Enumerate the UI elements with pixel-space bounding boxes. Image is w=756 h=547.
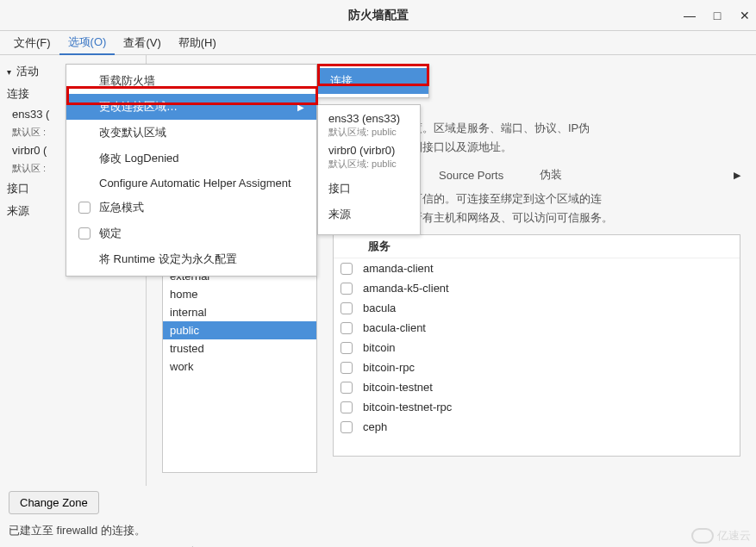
expander-label: 活动 xyxy=(16,64,39,79)
submenu-conn-ens33[interactable]: ens33 (ens33) 默认区域: public xyxy=(328,112,409,139)
minimize-button[interactable]: — xyxy=(684,9,696,22)
menu-file[interactable]: 文件(F) xyxy=(5,32,59,54)
service-label: bitcoin-testnet xyxy=(363,381,433,394)
service-checkbox[interactable] xyxy=(341,382,353,394)
service-label: bitcoin xyxy=(363,341,396,354)
submenu-connections[interactable]: 连接 ▶ xyxy=(318,68,428,94)
checkbox-icon xyxy=(78,202,91,214)
zone-item-internal[interactable]: internal xyxy=(163,303,316,321)
chevron-down-icon: ▾ xyxy=(7,67,11,77)
window-title: 防火墙配置 xyxy=(348,8,409,23)
options-menu: 重载防火墙 更改连接区域… ▶ 改变默认区域 修改 LogDenied Conf… xyxy=(66,64,317,277)
service-label: bacula xyxy=(363,301,396,314)
zone-item-work[interactable]: work xyxy=(163,357,316,376)
service-row[interactable]: amanda-k5-client xyxy=(334,278,740,298)
status-bar-summary: 默认区域: public LogDenied: off 应急模式： 禁用 Aut… xyxy=(0,542,756,547)
service-row[interactable]: bacula xyxy=(334,298,740,318)
tab-source-ports[interactable]: Source Ports xyxy=(439,169,503,182)
service-checkbox[interactable] xyxy=(341,421,353,433)
service-row[interactable]: amanda-client xyxy=(334,258,740,278)
service-row[interactable]: bitcoin-testnet xyxy=(334,377,740,397)
service-checkbox[interactable] xyxy=(341,342,353,354)
close-button[interactable]: ✕ xyxy=(739,9,751,22)
service-checkbox[interactable] xyxy=(341,283,353,295)
window-buttons: — □ ✕ xyxy=(684,0,751,31)
menu-options[interactable]: 选项(O) xyxy=(59,31,116,55)
menu-view[interactable]: 查看(V) xyxy=(115,32,169,54)
connections-submenu: ens33 (ens33) 默认区域: public virbr0 (virbr… xyxy=(317,104,421,235)
service-checkbox[interactable] xyxy=(341,322,353,334)
service-label: amanda-k5-client xyxy=(363,282,449,295)
service-row[interactable]: bitcoin-testnet-rpc xyxy=(334,397,740,417)
menu-panic-mode[interactable]: 应急模式 xyxy=(66,195,316,221)
service-checkbox[interactable] xyxy=(341,263,353,275)
checkbox-icon xyxy=(78,227,91,239)
submenu-interfaces[interactable]: 接口 xyxy=(328,176,409,202)
change-zone-wrap: Change Zone xyxy=(0,486,756,519)
menu-change-default-zone[interactable]: 改变默认区域 xyxy=(66,120,316,146)
service-label: bitcoin-rpc xyxy=(363,361,415,374)
menu-help[interactable]: 帮助(H) xyxy=(170,32,225,54)
service-row[interactable]: bacula-client xyxy=(334,318,740,338)
service-row[interactable]: bitcoin-rpc xyxy=(334,357,740,377)
submenu-arrow-icon: ▶ xyxy=(297,103,304,112)
zone-item-home[interactable]: home xyxy=(163,285,316,303)
services-header: 服务 xyxy=(334,235,740,258)
service-row[interactable]: bitcoin xyxy=(334,338,740,357)
menu-change-logdenied[interactable]: 修改 LogDenied xyxy=(66,146,316,171)
service-checkbox[interactable] xyxy=(341,401,353,413)
menu-lockdown[interactable]: 锁定 xyxy=(66,221,316,246)
menu-configure-automatic-helper[interactable]: Configure Automatic Helper Assigment xyxy=(66,171,316,195)
menu-runtime-to-permanent[interactable]: 将 Runtime 设定为永久配置 xyxy=(66,246,316,272)
zones-list[interactable]: externalhomeinternalpublictrustedwork xyxy=(162,266,317,473)
service-label: amanda-client xyxy=(363,262,434,275)
change-zone-button[interactable]: Change Zone xyxy=(9,491,99,514)
service-row[interactable]: ceph xyxy=(334,417,740,437)
service-label: ceph xyxy=(363,420,387,433)
submenu-sources[interactable]: 来源 xyxy=(328,202,409,227)
menu-reload-firewall[interactable]: 重载防火墙 xyxy=(66,68,316,94)
submenu-conn-virbr0[interactable]: virbr0 (virbr0) 默认区域: public xyxy=(328,144,409,171)
tabs-scroll-right-icon[interactable]: ▶ xyxy=(734,170,740,181)
cloud-icon xyxy=(691,528,714,544)
service-label: bitcoin-testnet-rpc xyxy=(363,401,452,413)
service-checkbox[interactable] xyxy=(341,362,353,374)
change-zone-submenu: 连接 ▶ xyxy=(317,64,429,98)
services-list[interactable]: 服务 amanda-clientamanda-k5-clientbaculaba… xyxy=(333,234,740,457)
status-bar-connection: 已建立至 firewalld 的连接。 xyxy=(0,519,756,542)
zone-item-trusted[interactable]: trusted xyxy=(163,339,316,357)
tab-masquerading[interactable]: 伪装 xyxy=(540,167,562,183)
service-label: bacula-client xyxy=(363,321,426,334)
menubar: 文件(F) 选项(O) 查看(V) 帮助(H) xyxy=(0,31,756,55)
service-checkbox[interactable] xyxy=(341,302,353,314)
maximize-button[interactable]: □ xyxy=(711,9,723,22)
titlebar: 防火墙配置 — □ ✕ xyxy=(0,0,756,31)
zone-item-public[interactable]: public xyxy=(163,321,316,339)
menu-change-zone-of-connections[interactable]: 更改连接区域… ▶ xyxy=(66,94,316,120)
watermark: 亿速云 xyxy=(691,528,751,544)
